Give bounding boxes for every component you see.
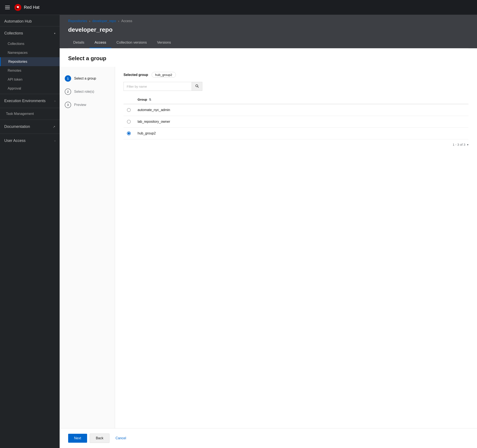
sidebar-item-approval[interactable]: Approval xyxy=(0,84,60,93)
sidebar-item-repositories[interactable]: Repositories xyxy=(0,57,60,66)
breadcrumb-sep-2: › xyxy=(118,19,119,23)
sidebar-group-collections[interactable]: Collections ▾ xyxy=(0,27,60,39)
top-navigation: Red Hat xyxy=(0,0,477,15)
pagination-chevron-icon[interactable]: ▾ xyxy=(467,143,468,146)
step-label-1: Select a group xyxy=(74,76,96,80)
collections-group-label: Collections xyxy=(4,31,23,35)
step-num-1: 1 xyxy=(65,75,71,82)
breadcrumb-repositories[interactable]: Repositories xyxy=(68,19,87,23)
table-row: automate_nyc_admin xyxy=(124,104,468,116)
filter-input[interactable] xyxy=(124,82,192,91)
brand-name: Red Hat xyxy=(24,5,39,10)
table-cell-label-1: automate_nyc_admin xyxy=(134,104,468,116)
pagination-text: 1 - 3 of 3 xyxy=(453,143,465,146)
search-icon xyxy=(195,84,199,88)
sidebar-item-namespaces[interactable]: Namespaces xyxy=(0,48,60,57)
step-num-3: 3 xyxy=(65,102,71,108)
table-cell-radio-1[interactable] xyxy=(124,104,134,116)
table-cell-radio-2[interactable] xyxy=(124,116,134,128)
wizard-footer: Next Back Cancel xyxy=(60,428,477,448)
svg-line-2 xyxy=(198,87,198,87)
breadcrumb-developer-repo[interactable]: developer_repo xyxy=(92,19,116,23)
wizard-main: Selected group hub_group2 xyxy=(115,67,477,428)
table-header-group[interactable]: Group ⇅ xyxy=(134,95,468,104)
breadcrumb-access: Access xyxy=(121,19,132,23)
documentation-label: Documentation xyxy=(4,124,30,129)
table-header-radio xyxy=(124,95,134,104)
tab-details[interactable]: Details xyxy=(68,37,89,48)
tab-access[interactable]: Access xyxy=(89,37,111,48)
brand: Red Hat xyxy=(14,4,39,11)
chevron-right-icon: › xyxy=(54,99,55,103)
table-cell-label-3: hub_group2 xyxy=(134,128,468,139)
select-group-header: Select a group xyxy=(60,48,477,67)
execution-environments-label: Execution Environments xyxy=(4,99,46,103)
breadcrumb-sep-1: › xyxy=(89,19,90,23)
selected-group-label: Selected group xyxy=(124,73,148,77)
wizard-step-2[interactable]: 2 Select role(s) xyxy=(60,85,115,98)
tab-collection-versions[interactable]: Collection versions xyxy=(111,37,152,48)
sidebar-item-task-management[interactable]: Task Management xyxy=(0,109,60,119)
tabs: Details Access Collection versions Versi… xyxy=(68,37,468,48)
breadcrumb: Repositories › developer_repo › Access xyxy=(68,19,468,23)
radio-automate-nyc-admin[interactable] xyxy=(127,108,131,112)
sidebar-item-api-token[interactable]: API token xyxy=(0,75,60,84)
sidebar-item-collections[interactable]: Collections xyxy=(0,39,60,48)
cancel-button[interactable]: Cancel xyxy=(112,434,130,443)
group-table: Group ⇅ automate_nyc_admin xyxy=(124,95,468,139)
table-row: lab_repository_owner xyxy=(124,116,468,128)
wizard-step-1[interactable]: 1 Select a group xyxy=(60,72,115,85)
main-content: Repositories › developer_repo › Access d… xyxy=(60,15,477,448)
radio-inner xyxy=(128,132,130,134)
wizard-step-3[interactable]: 3 Preview xyxy=(60,98,115,111)
sidebar-group-execution-environments[interactable]: Execution Environments › xyxy=(0,95,60,107)
external-link-icon: ↗ xyxy=(53,125,55,128)
sidebar-item-remotes[interactable]: Remotes xyxy=(0,66,60,75)
app-title: Automation Hub xyxy=(0,15,60,25)
tab-versions[interactable]: Versions xyxy=(152,37,176,48)
step-label-2: Select role(s) xyxy=(74,90,94,93)
table-cell-radio-3[interactable] xyxy=(124,128,134,139)
page-header: Repositories › developer_repo › Access d… xyxy=(60,15,477,48)
wizard-steps: 1 Select a group 2 Select role(s) 3 xyxy=(60,67,115,428)
page-title: developer_repo xyxy=(68,26,468,33)
pagination: 1 - 3 of 3 ▾ xyxy=(124,139,468,150)
selected-group-row: Selected group hub_group2 xyxy=(124,72,468,78)
sidebar: Automation Hub Collections ▾ Collections… xyxy=(0,15,60,448)
sidebar-group-documentation[interactable]: Documentation ↗ xyxy=(0,121,60,133)
hamburger-menu[interactable] xyxy=(5,6,10,9)
back-button[interactable]: Back xyxy=(90,434,110,443)
wizard-layout: 1 Select a group 2 Select role(s) 3 xyxy=(60,67,477,428)
step-label-3: Preview xyxy=(74,103,86,107)
sidebar-group-user-access[interactable]: User Access › xyxy=(0,135,60,147)
table-cell-label-2: lab_repository_owner xyxy=(134,116,468,128)
content-area: Select a group 1 Select a group 2 xyxy=(60,48,477,448)
table-row: hub_group2 xyxy=(124,128,468,139)
radio-hub-group2[interactable] xyxy=(127,131,131,135)
next-button[interactable]: Next xyxy=(68,434,87,443)
redhat-logo xyxy=(14,4,22,11)
chevron-down-icon: ▾ xyxy=(54,32,55,35)
chevron-right-icon-2: › xyxy=(54,139,55,142)
sort-icon[interactable]: ⇅ xyxy=(149,98,151,101)
user-access-label: User Access xyxy=(4,139,25,143)
filter-row xyxy=(124,82,468,91)
select-group-title: Select a group xyxy=(68,55,468,62)
filter-search-button[interactable] xyxy=(192,82,202,91)
selected-group-badge: hub_group2 xyxy=(152,72,176,78)
radio-lab-repository-owner[interactable] xyxy=(127,120,131,124)
step-num-2: 2 xyxy=(65,88,71,95)
